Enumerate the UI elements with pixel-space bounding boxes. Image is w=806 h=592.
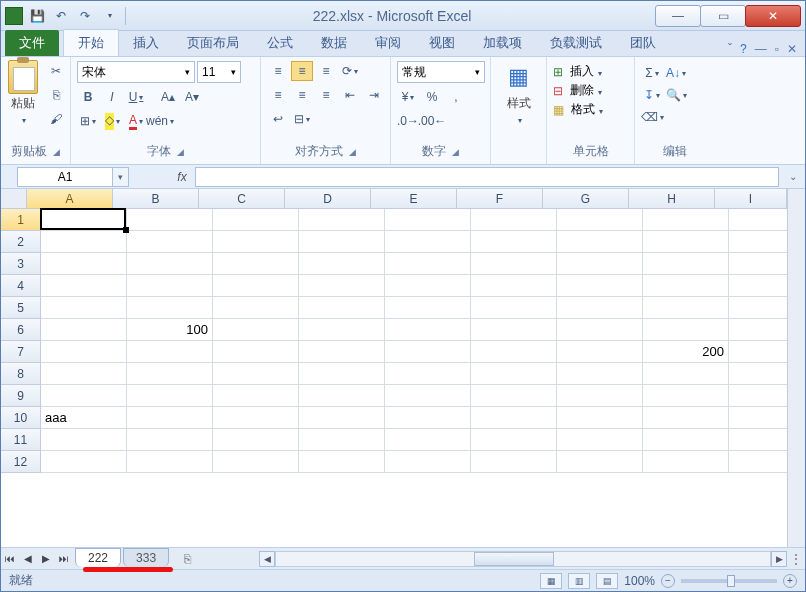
decrease-indent-icon[interactable]: ⇤ [339, 85, 361, 105]
autosum-icon[interactable]: Σ [641, 63, 663, 83]
row-header-5[interactable]: 5 [1, 297, 41, 319]
cell-D11[interactable] [299, 429, 385, 451]
close-button[interactable]: ✕ [745, 5, 801, 27]
cell-D8[interactable] [299, 363, 385, 385]
cell-D2[interactable] [299, 231, 385, 253]
cell-H9[interactable] [643, 385, 729, 407]
cell-B7[interactable] [127, 341, 213, 363]
column-header-G[interactable]: G [543, 189, 629, 209]
cell-I1[interactable] [729, 209, 787, 231]
fill-handle[interactable] [123, 227, 129, 233]
orientation-icon[interactable]: ⟳ [339, 61, 361, 81]
cell-D3[interactable] [299, 253, 385, 275]
cell-H10[interactable] [643, 407, 729, 429]
cell-D4[interactable] [299, 275, 385, 297]
sort-filter-icon[interactable]: A↓ [665, 63, 687, 83]
sheet-tab-222[interactable]: 222 [75, 548, 121, 567]
cell-E8[interactable] [385, 363, 471, 385]
cell-F4[interactable] [471, 275, 557, 297]
zoom-out-icon[interactable]: − [661, 574, 675, 588]
cell-B6[interactable]: 100 [127, 319, 213, 341]
phonetic-icon[interactable]: wén [149, 111, 171, 131]
cell-A9[interactable] [41, 385, 127, 407]
cell-A11[interactable] [41, 429, 127, 451]
ribbon-minimize-icon[interactable]: ˇ [728, 42, 732, 56]
cell-area[interactable]: aaa100200 [41, 209, 787, 547]
cell-C7[interactable] [213, 341, 299, 363]
new-sheet-icon[interactable]: ⎘ [175, 552, 199, 566]
vertical-scrollbar[interactable] [787, 189, 805, 547]
tab-file[interactable]: 文件 [5, 30, 59, 56]
cell-H8[interactable] [643, 363, 729, 385]
cell-E9[interactable] [385, 385, 471, 407]
cell-I8[interactable] [729, 363, 787, 385]
row-header-3[interactable]: 3 [1, 253, 41, 275]
cell-B8[interactable] [127, 363, 213, 385]
cell-D10[interactable] [299, 407, 385, 429]
sheet-nav-first-icon[interactable]: ⏮ [1, 553, 19, 564]
column-header-A[interactable]: A [27, 189, 113, 209]
cell-H1[interactable] [643, 209, 729, 231]
cell-C3[interactable] [213, 253, 299, 275]
cell-I9[interactable] [729, 385, 787, 407]
alignment-dialog-icon[interactable]: ◢ [349, 147, 356, 157]
row-header-6[interactable]: 6 [1, 319, 41, 341]
clear-icon[interactable]: ⌫ [641, 107, 663, 127]
row-header-1[interactable]: 1 [1, 209, 41, 231]
row-header-11[interactable]: 11 [1, 429, 41, 451]
sheet-nav-last-icon[interactable]: ⏭ [55, 553, 73, 564]
column-header-H[interactable]: H [629, 189, 715, 209]
sheet-nav-next-icon[interactable]: ▶ [37, 553, 55, 564]
cell-F12[interactable] [471, 451, 557, 473]
format-painter-icon[interactable]: 🖌 [45, 109, 67, 129]
cell-F3[interactable] [471, 253, 557, 275]
find-select-icon[interactable]: 🔍 [665, 85, 687, 105]
cell-C6[interactable] [213, 319, 299, 341]
fx-icon[interactable]: fx [169, 170, 195, 184]
merge-center-icon[interactable]: ⊟ [291, 109, 313, 129]
column-header-I[interactable]: I [715, 189, 787, 209]
save-icon[interactable]: 💾 [27, 6, 47, 26]
cell-A2[interactable] [41, 231, 127, 253]
cell-E12[interactable] [385, 451, 471, 473]
cell-H11[interactable] [643, 429, 729, 451]
font-dialog-icon[interactable]: ◢ [177, 147, 184, 157]
cell-G7[interactable] [557, 341, 643, 363]
align-center-icon[interactable]: ≡ [291, 85, 313, 105]
font-name-combo[interactable]: 宋体▾ [77, 61, 195, 83]
paste-button[interactable]: 粘贴 [7, 61, 39, 126]
cell-G6[interactable] [557, 319, 643, 341]
cell-I11[interactable] [729, 429, 787, 451]
cell-F6[interactable] [471, 319, 557, 341]
copy-icon[interactable]: ⎘ [45, 85, 67, 105]
sheet-nav-prev-icon[interactable]: ◀ [19, 553, 37, 564]
cell-H6[interactable] [643, 319, 729, 341]
tab-split-icon[interactable]: ⋮ [787, 552, 805, 566]
cell-F5[interactable] [471, 297, 557, 319]
clipboard-dialog-icon[interactable]: ◢ [53, 147, 60, 157]
cell-C2[interactable] [213, 231, 299, 253]
cell-E2[interactable] [385, 231, 471, 253]
border-icon[interactable]: ⊞ [77, 111, 99, 131]
cell-F7[interactable] [471, 341, 557, 363]
page-layout-view-icon[interactable]: ▥ [568, 573, 590, 589]
cell-A5[interactable] [41, 297, 127, 319]
align-right-icon[interactable]: ≡ [315, 85, 337, 105]
cell-H4[interactable] [643, 275, 729, 297]
number-dialog-icon[interactable]: ◢ [452, 147, 459, 157]
row-header-7[interactable]: 7 [1, 341, 41, 363]
cell-C1[interactable] [213, 209, 299, 231]
cell-E11[interactable] [385, 429, 471, 451]
cell-C12[interactable] [213, 451, 299, 473]
underline-button[interactable]: U [125, 87, 147, 107]
row-header-9[interactable]: 9 [1, 385, 41, 407]
cell-E5[interactable] [385, 297, 471, 319]
zoom-level[interactable]: 100% [624, 574, 655, 588]
font-size-combo[interactable]: 11▾ [197, 61, 241, 83]
accounting-format-icon[interactable]: ¥ [397, 87, 419, 107]
cell-B1[interactable] [127, 209, 213, 231]
cell-G10[interactable] [557, 407, 643, 429]
align-middle-icon[interactable]: ≡ [291, 61, 313, 81]
cell-B12[interactable] [127, 451, 213, 473]
cell-E6[interactable] [385, 319, 471, 341]
